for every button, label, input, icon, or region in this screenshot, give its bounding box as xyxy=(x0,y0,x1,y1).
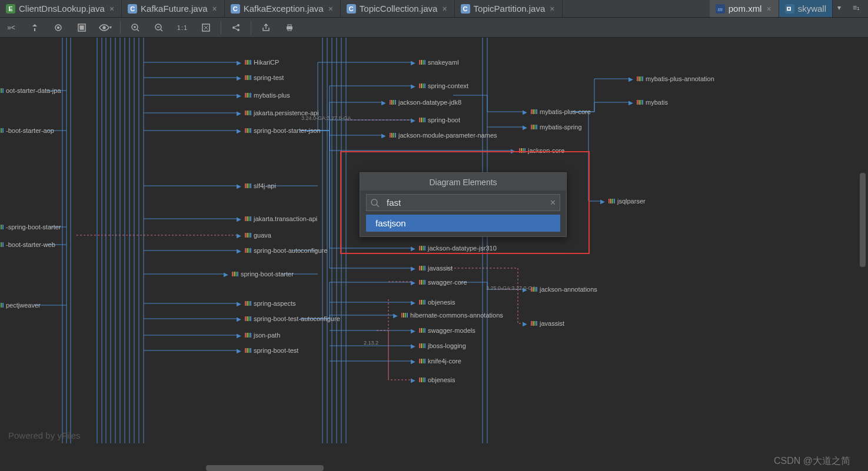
close-icon[interactable]: × xyxy=(548,4,556,14)
dependency-node[interactable]: ▶jackson-core xyxy=(511,147,564,154)
dependency-node[interactable]: ▶spring-boot-test xyxy=(237,347,298,354)
select-parent-icon[interactable] xyxy=(28,21,41,34)
dependency-node[interactable]: ▶hibernate-commons-annotations xyxy=(393,312,503,319)
dependency-node[interactable]: ▶spring-boot-autoconfigure xyxy=(237,247,327,254)
dependency-node[interactable]: oot-starter-data-jpa xyxy=(0,87,61,94)
vertical-scrollbar[interactable] xyxy=(860,173,866,267)
module-icon xyxy=(390,133,396,138)
export-icon[interactable] xyxy=(260,21,272,34)
close-icon[interactable]: × xyxy=(211,4,218,14)
horizontal-scrollbar[interactable] xyxy=(206,465,324,471)
tab-label: pom.xml xyxy=(729,4,762,14)
chevron-down-icon[interactable]: ▾ xyxy=(837,4,848,14)
diagram-canvas[interactable]: oot-starter-data-jpa-boot-starter-aop-sp… xyxy=(0,38,868,471)
close-icon[interactable]: × xyxy=(327,4,334,14)
dependency-node[interactable]: ▶mybatis-plus xyxy=(237,92,290,99)
module-icon xyxy=(0,225,4,229)
java-class-icon: C xyxy=(347,4,356,14)
dependency-node[interactable]: ▶javassist xyxy=(411,265,453,272)
zoom-in-icon[interactable] xyxy=(129,21,142,34)
print-icon[interactable] xyxy=(283,21,296,34)
module-icon xyxy=(0,88,4,93)
node-label: jackson-core xyxy=(528,147,564,154)
dependency-node[interactable]: ▶HikariCP xyxy=(237,59,279,66)
scope-icon[interactable] xyxy=(75,21,88,34)
dependency-node[interactable]: ▶swagger-core xyxy=(411,279,467,286)
search-icon xyxy=(370,198,380,208)
module-icon xyxy=(245,348,251,353)
dependency-node[interactable]: ▶objenesis xyxy=(411,376,455,383)
search-result-item[interactable]: fastjson xyxy=(366,215,560,232)
dependency-node[interactable]: ▶knife4j-core xyxy=(411,358,461,365)
dependency-node[interactable]: pectjweaver xyxy=(0,302,41,309)
dependency-node[interactable]: ▶jsqlparser xyxy=(600,198,646,205)
node-label: jboss-logging xyxy=(428,342,466,349)
zoom-reset-icon[interactable]: 1:1 xyxy=(176,21,189,34)
tab-kafkafuture[interactable]: CKafkaFuture.java× xyxy=(122,0,225,17)
node-label: objenesis xyxy=(428,299,455,306)
dependency-node[interactable]: ▶jackson-datatype-jsr310 xyxy=(411,245,497,252)
eye-icon[interactable]: ▾ xyxy=(99,21,112,34)
dependency-node[interactable]: ▶mybatis-plus-annotation xyxy=(628,75,714,82)
tab-topicpartition[interactable]: CTopicPartition.java× xyxy=(455,0,563,17)
diagram-search-input[interactable] xyxy=(385,197,544,208)
close-icon[interactable]: × xyxy=(765,4,772,14)
dependency-node[interactable]: ▶mybatis-spring xyxy=(523,123,582,131)
module-icon xyxy=(245,316,251,321)
dependency-node[interactable]: ▶jackson-datatype-jdk8 xyxy=(381,99,461,106)
dependency-node[interactable]: -boot-starter-aop xyxy=(0,127,54,134)
tab-pom-xml[interactable]: mpom.xml× xyxy=(710,0,779,17)
dependency-node[interactable]: ▶javassist xyxy=(523,320,564,327)
module-icon xyxy=(419,359,425,363)
dependency-node[interactable]: ▶slf4j-api xyxy=(237,182,276,189)
dependency-node[interactable]: ▶swagger-models xyxy=(411,327,475,334)
module-icon xyxy=(232,272,238,276)
dependency-node[interactable]: ▶jackson-module-parameter-names xyxy=(381,132,497,139)
node-label: hibernate-commons-annotations xyxy=(410,312,503,319)
dependency-node[interactable]: ▶spring-boot-starter-json xyxy=(237,127,321,134)
module-icon xyxy=(637,76,643,81)
module-icon xyxy=(401,313,408,318)
dependency-node[interactable]: ▶jboss-logging xyxy=(411,342,466,349)
diagram-search-popup: Diagram Elements ✕ fastjson xyxy=(360,172,567,237)
dependency-node[interactable]: -spring-boot-starter xyxy=(0,223,61,231)
node-label: objenesis xyxy=(428,376,455,383)
maven-file-icon: m xyxy=(716,4,725,14)
dependency-node[interactable]: ▶spring-boot xyxy=(411,116,460,123)
tab-skywall[interactable]: ⛋skywall xyxy=(779,0,833,17)
dependency-node[interactable]: ▶spring-context xyxy=(411,82,468,89)
tab-clientdnslookup[interactable]: EClientDnsLookup.java× xyxy=(0,0,122,17)
fit-screen-icon[interactable] xyxy=(199,21,212,34)
tab-topiccollection[interactable]: CTopicCollection.java× xyxy=(341,0,455,17)
node-label: swagger-core xyxy=(428,279,467,286)
dependency-node[interactable]: ▶jakarta.transaction-api xyxy=(237,215,317,222)
list-icon[interactable]: ≡₁ xyxy=(853,4,863,14)
dependency-node[interactable]: ▶objenesis xyxy=(411,299,455,306)
svg-point-10 xyxy=(237,29,240,31)
dependency-node[interactable]: -boot-starter-web xyxy=(0,241,55,248)
clear-search-icon[interactable]: ✕ xyxy=(550,198,556,207)
dependency-node[interactable]: ▶snakeyaml xyxy=(411,59,459,66)
dependency-node[interactable]: ▶mybatis-plus-core xyxy=(523,108,591,115)
dependency-node[interactable]: ▶spring-boot-test-autoconfigure xyxy=(237,315,340,322)
dependency-node[interactable]: ▶guava xyxy=(237,232,271,239)
share-icon[interactable] xyxy=(230,21,242,34)
dependency-node[interactable]: ▶json-path xyxy=(237,332,280,339)
tab-kafkaexception[interactable]: CKafkaException.java× xyxy=(225,0,341,17)
dependency-node[interactable]: ▶mybatis xyxy=(628,99,668,106)
zoom-out-icon[interactable] xyxy=(152,21,165,34)
module-icon xyxy=(245,216,251,221)
dependency-node[interactable]: ▶spring-test xyxy=(237,74,284,81)
node-label: json-path xyxy=(254,332,280,339)
target-icon[interactable] xyxy=(52,21,65,34)
dependency-node[interactable]: ▶spring-boot-starter xyxy=(224,270,294,278)
node-label: oot-starter-data-jpa xyxy=(6,87,61,94)
powered-by-label: Powered by yFiles xyxy=(8,430,81,440)
node-label: spring-boot xyxy=(428,116,460,123)
dependency-node[interactable]: ▶spring-aspects xyxy=(237,300,296,307)
module-icon xyxy=(419,300,425,305)
module-icon xyxy=(637,100,643,105)
expand-icon[interactable]: »< xyxy=(5,21,18,34)
close-icon[interactable]: × xyxy=(108,4,115,14)
close-icon[interactable]: × xyxy=(441,4,448,14)
